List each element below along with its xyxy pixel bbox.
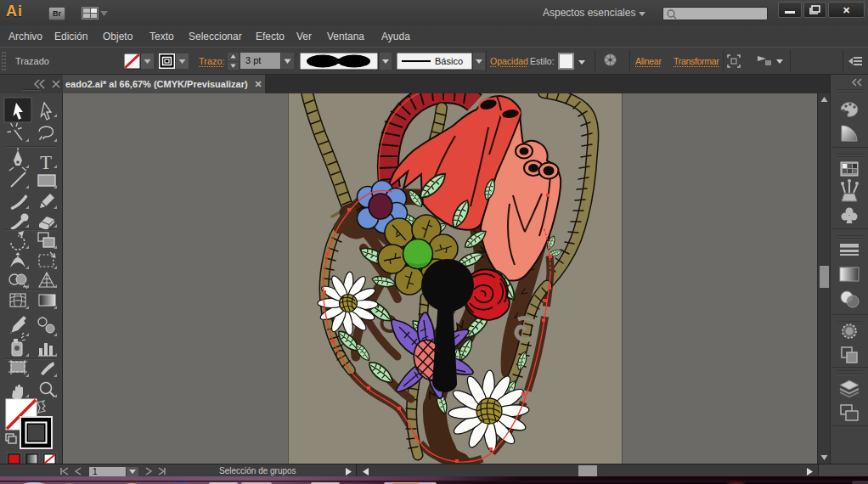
svg-text:1: 1 xyxy=(93,467,98,476)
svg-text:Básico: Básico xyxy=(435,56,463,66)
svg-text:T: T xyxy=(40,152,52,173)
